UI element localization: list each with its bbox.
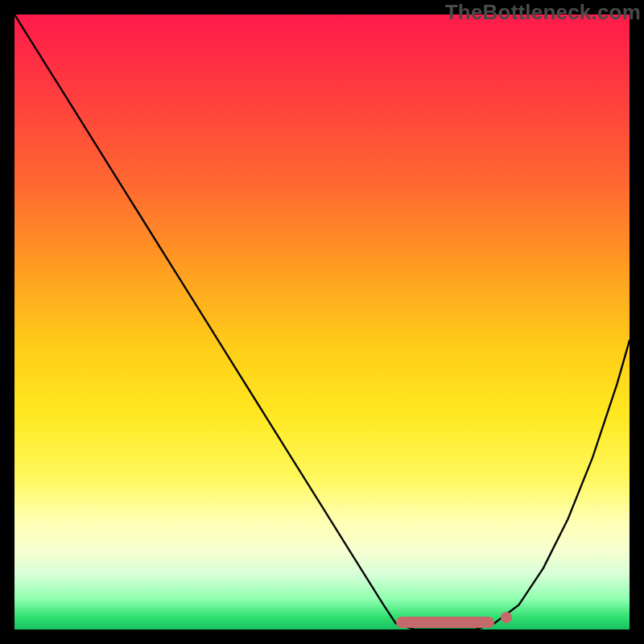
optimal-range-marker — [396, 617, 494, 628]
curve-path — [14, 14, 630, 630]
bottleneck-curve — [14, 14, 630, 630]
chart-stage: TheBottleneck.com — [0, 0, 644, 644]
plot-area — [14, 14, 630, 630]
watermark-text: TheBottleneck.com — [445, 0, 641, 25]
